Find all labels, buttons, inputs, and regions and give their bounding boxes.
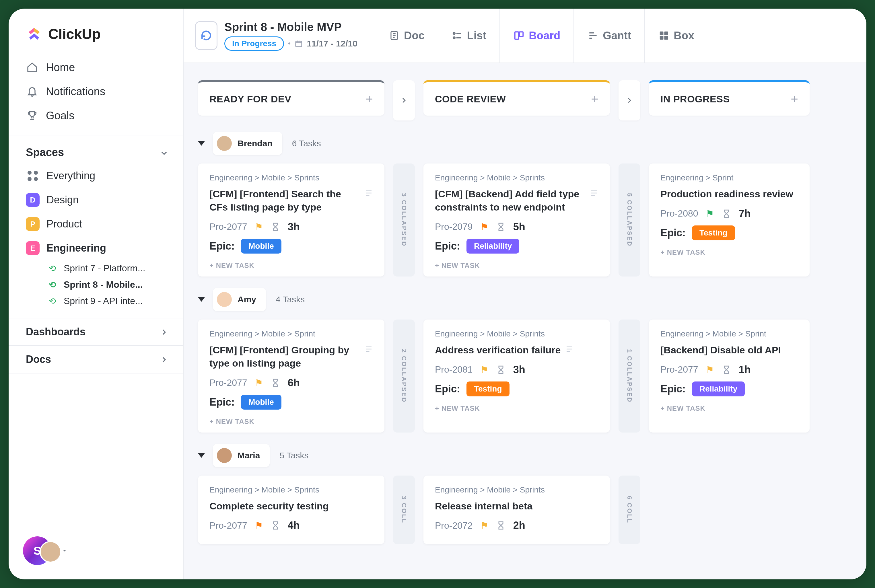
box-icon [658,30,669,41]
swimlane-header[interactable]: Brendan 6 Tasks [198,132,866,155]
new-task-button[interactable]: + NEW TASK [660,246,798,256]
task-title: Production readiness review [660,188,798,201]
task-card[interactable]: Engineering > Mobile > Sprints [CFM] [Ba… [423,164,610,276]
tab-label: Box [674,30,694,42]
spaces-header[interactable]: Spaces [9,141,183,164]
column-header[interactable]: IN PROGRESS + [649,80,810,116]
collapsed-count[interactable]: 3 COLL [393,476,415,544]
flag-icon[interactable]: ⚑ [480,221,489,232]
task-card[interactable]: Engineering > Mobile > Sprints Complete … [198,476,384,544]
user-menu[interactable]: S [9,525,183,579]
task-title: [CFM] [Frontend] Search the CFs listing … [209,188,373,214]
epic-label: Epic: [209,240,235,252]
svg-rect-9 [665,36,668,40]
space-product[interactable]: P Product [9,212,183,236]
flag-icon[interactable]: ⚑ [706,208,714,219]
epic-chip[interactable]: Testing [467,381,509,396]
task-id: Pro-2077 [209,378,247,388]
logo[interactable]: ClickUp [9,17,183,54]
new-task-button[interactable]: + NEW TASK [660,402,798,412]
epic-chip[interactable]: Mobile [241,394,281,410]
epic-chip[interactable]: Reliability [467,238,519,254]
add-task-icon[interactable]: + [791,93,798,105]
epic-chip[interactable]: Testing [692,225,735,240]
assignee-chip[interactable]: Brendan [213,132,282,155]
flag-icon[interactable]: ⚑ [255,378,263,388]
space-design[interactable]: D Design [9,188,183,212]
sprint-link[interactable]: ⟲ Sprint 9 - API inte... [9,293,183,309]
time-estimate: 7h [739,208,751,220]
flag-icon[interactable]: ⚑ [480,364,489,375]
new-task-button[interactable]: + NEW TASK [209,259,373,270]
column-header[interactable]: CODE REVIEW + [423,80,610,116]
collapsed-count[interactable]: 5 COLLAPSED [618,164,640,276]
task-title: Complete security testing [209,500,373,513]
collapse-column-button[interactable] [618,80,640,120]
tab-list[interactable]: List [438,9,500,63]
add-task-icon[interactable]: + [591,93,599,105]
tab-doc[interactable]: Doc [375,9,438,63]
column: CODE REVIEW + [423,80,610,132]
epic-label: Epic: [660,227,686,239]
space-badge: D [26,193,40,207]
flag-icon[interactable]: ⚑ [706,364,714,375]
hourglass-icon [722,365,731,375]
epic-row: Epic: Testing [435,381,599,396]
epic-chip[interactable]: Reliability [692,381,745,396]
collapse-column-button[interactable] [393,80,415,120]
everything-label: Everything [47,170,95,182]
collapsed-count[interactable]: 6 COLL [618,476,640,544]
time-estimate: 3h [288,221,300,233]
tab-label: List [467,30,486,42]
status-badge[interactable]: In Progress [224,36,284,51]
task-meta: Pro-2077 ⚑ 1h [660,364,798,376]
collapsed-count[interactable]: 1 COLLAPSED [618,320,640,432]
sprint-link-active[interactable]: ⟲ Sprint 8 - Mobile... [9,276,183,293]
dashboards-link[interactable]: Dashboards [9,318,183,345]
refresh-button[interactable] [195,21,218,50]
task-count: 4 Tasks [276,295,305,304]
flag-icon[interactable]: ⚑ [255,221,263,232]
epic-chip[interactable]: Mobile [241,238,281,254]
flag-icon[interactable]: ⚑ [480,520,489,531]
task-meta: Pro-2079 ⚑ 5h [435,221,599,233]
docs-link[interactable]: Docs [9,345,183,374]
task-card[interactable]: Engineering > Mobile > Sprints [CFM] [Fr… [198,164,384,276]
new-task-button[interactable]: + NEW TASK [435,402,599,412]
task-id: Pro-2077 [209,520,247,531]
collapsed-count[interactable]: 3 COLLAPSED [393,164,415,276]
task-card[interactable]: Engineering > Sprint Production readines… [649,164,810,276]
assignee-chip[interactable]: Maria [213,444,270,467]
flag-icon[interactable]: ⚑ [255,520,263,531]
nav-home[interactable]: Home [17,56,174,80]
task-meta: Pro-2080 ⚑ 7h [660,208,798,220]
new-task-button[interactable]: + NEW TASK [209,415,373,426]
task-card[interactable]: Engineering > Mobile > Sprints Release i… [423,476,610,544]
task-card[interactable]: Engineering > Mobile > Sprints Address v… [423,320,610,432]
nav-notifications[interactable]: Notifications [17,80,174,104]
add-task-icon[interactable]: + [366,93,373,105]
sprint-link[interactable]: ⟲ Sprint 7 - Platform... [9,260,183,276]
doc-icon [389,30,400,41]
new-task-button[interactable]: + NEW TASK [435,259,599,270]
task-card[interactable]: Engineering > Mobile > Sprint [CFM] [Fro… [198,320,384,432]
swimlane-header[interactable]: Maria 5 Tasks [198,444,866,467]
column-header[interactable]: READY FOR DEV + [198,80,384,116]
nav-goals[interactable]: Goals [17,104,174,128]
tab-box[interactable]: Box [644,9,707,63]
collapse-triangle-icon[interactable] [198,141,205,146]
grid-icon [26,169,40,183]
collapsed-count[interactable]: 2 COLLAPSED [393,320,415,432]
collapse-triangle-icon[interactable] [198,297,205,302]
collapse-triangle-icon[interactable] [198,453,205,458]
task-card[interactable]: Engineering > Mobile > Sprint [Backend] … [649,320,810,432]
svg-rect-0 [296,41,302,46]
tab-gantt[interactable]: Gantt [573,9,644,63]
tab-board[interactable]: Board [500,9,573,63]
everything-item[interactable]: Everything [9,164,183,188]
assignee-chip[interactable]: Amy [213,288,266,311]
sprint-icon: ⟲ [49,280,59,290]
swimlane-header[interactable]: Amy 4 Tasks [198,288,866,311]
space-engineering[interactable]: E Engineering [9,236,183,260]
breadcrumb: Engineering > Mobile > Sprint [660,329,798,339]
